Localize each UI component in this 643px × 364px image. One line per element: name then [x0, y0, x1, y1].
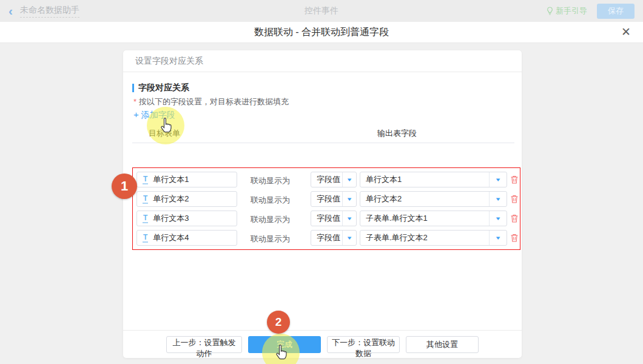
section-description: *按以下的字段设置，对目标表进行数据填充 — [133, 96, 289, 107]
text-field-icon: T — [143, 234, 148, 243]
chevron-down-icon: ▼ — [346, 197, 352, 202]
prev-step-button[interactable]: 上一步：设置触发动作 — [166, 336, 242, 353]
output-field-select[interactable]: 子表单.单行文本1 ▼ — [360, 211, 507, 226]
delete-row-button[interactable] — [510, 194, 519, 204]
mode-select[interactable]: 字段值 ▼ — [311, 191, 357, 207]
chevron-down-icon: ▼ — [346, 216, 352, 221]
screen: ‹ 未命名数据助手 控件事件 新手引导 保存 数据联动 - 合并联动到普通字段 … — [0, 0, 643, 364]
target-field-input[interactable]: T 单行文本4 — [136, 230, 237, 246]
column-header-row: 目标表单 输出表字段 — [132, 126, 514, 143]
section-accent-bar — [132, 84, 134, 92]
guide-label: 新手引导 — [556, 5, 587, 16]
chevron-down-icon: ▼ — [494, 235, 501, 241]
section-title-label: 字段对应关系 — [138, 83, 189, 93]
dialog-footer: 上一步：设置触发动作 完成 下一步：设置联动数据 其他设置 — [123, 330, 522, 358]
text-field-icon: T — [143, 175, 148, 184]
close-icon[interactable]: ✕ — [621, 25, 631, 39]
step-2-badge: 2 — [267, 311, 290, 334]
output-field-select[interactable]: 子表单.单行文本2 ▼ — [360, 230, 507, 246]
dialog-title: 数据联动 - 合并联动到普通字段 — [0, 22, 643, 42]
guide-link[interactable]: 新手引导 — [547, 5, 587, 16]
mapping-row: T 单行文本3 联动显示为 字段值 ▼ 子表单.单行文本1 ▼ — [133, 211, 520, 226]
text-field-icon: T — [143, 195, 148, 204]
delete-row-button[interactable] — [510, 175, 519, 184]
required-mark: * — [133, 97, 136, 106]
mode-select[interactable]: 字段值 ▼ — [311, 230, 357, 246]
step-1-badge: 1 — [112, 174, 137, 199]
other-settings-button[interactable]: 其他设置 — [406, 336, 479, 353]
column-output-field: 输出表字段 — [377, 128, 417, 139]
relation-label: 联动显示为 — [251, 234, 290, 244]
chevron-down-icon: ▼ — [494, 216, 501, 221]
relation-label: 联动显示为 — [251, 214, 290, 225]
chevron-down-icon: ▼ — [494, 197, 501, 202]
top-app-bar: ‹ 未命名数据助手 控件事件 新手引导 保存 — [0, 0, 643, 22]
save-button[interactable]: 保存 — [597, 4, 635, 19]
chevron-down-icon: ▼ — [346, 235, 352, 241]
trash-icon — [510, 233, 519, 243]
mode-select[interactable]: 字段值 ▼ — [311, 211, 357, 226]
trash-icon — [510, 194, 519, 204]
dialog-header: 数据联动 - 合并联动到普通字段 ✕ — [0, 22, 643, 43]
text-field-icon: T — [143, 214, 148, 223]
hand-cursor-icon — [274, 343, 290, 362]
mode-select[interactable]: 字段值 ▼ — [311, 172, 357, 187]
plus-icon: + — [133, 109, 139, 120]
target-field-input[interactable]: T 单行文本2 — [136, 191, 237, 207]
lightbulb-icon — [547, 7, 553, 15]
assistant-name-label[interactable]: 未命名数据助手 — [20, 5, 79, 18]
relation-label: 联动显示为 — [251, 195, 290, 206]
field-mapping-panel: 设置字段对应关系 字段对应关系 *按以下的字段设置，对目标表进行数据填充 +添加… — [123, 50, 522, 358]
output-field-select[interactable]: 单行文本1 ▼ — [360, 172, 507, 187]
target-field-input[interactable]: T 单行文本3 — [136, 211, 237, 226]
mapping-row: T 单行文本4 联动显示为 字段值 ▼ 子表单.单行文本2 ▼ — [133, 230, 520, 246]
delete-row-button[interactable] — [510, 214, 519, 223]
mapping-row: T 单行文本2 联动显示为 字段值 ▼ 单行文本2 ▼ — [133, 191, 520, 207]
delete-row-button[interactable] — [510, 233, 519, 243]
chevron-down-icon: ▼ — [346, 177, 352, 183]
trash-icon — [510, 175, 519, 184]
mapping-row: T 单行文本1 联动显示为 字段值 ▼ 单行文本1 ▼ — [133, 172, 520, 187]
hand-cursor-icon — [159, 116, 175, 135]
target-field-input[interactable]: T 单行文本1 — [136, 172, 237, 187]
panel-header: 设置字段对应关系 — [123, 50, 522, 72]
next-step-button[interactable]: 下一步：设置联动数据 — [327, 336, 400, 353]
relation-label: 联动显示为 — [251, 175, 290, 186]
section-title: 字段对应关系 — [132, 83, 189, 93]
output-field-select[interactable]: 单行文本2 ▼ — [360, 191, 507, 207]
trash-icon — [510, 214, 519, 223]
back-icon[interactable]: ‹ — [8, 5, 13, 17]
chevron-down-icon: ▼ — [494, 177, 501, 183]
mapping-rows-annotated-region: T 单行文本1 联动显示为 字段值 ▼ 单行文本1 ▼ — [132, 167, 520, 250]
